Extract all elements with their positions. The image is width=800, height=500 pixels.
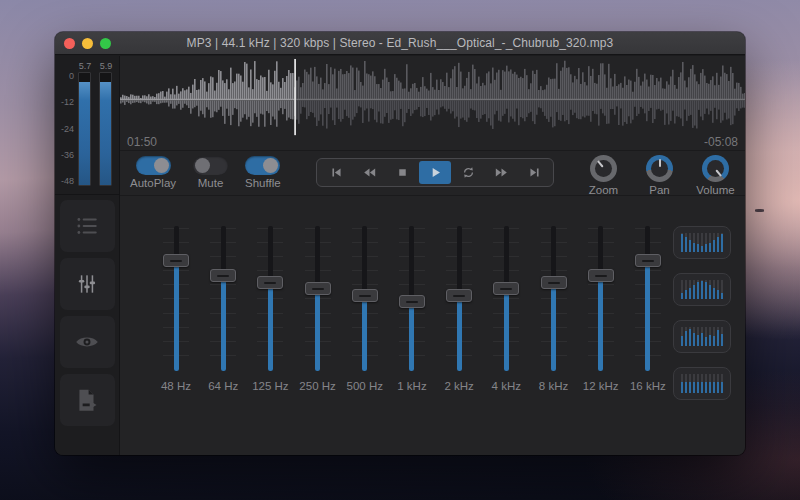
slider-thumb[interactable] <box>163 254 189 267</box>
eq-preset-v-shape[interactable] <box>673 226 731 259</box>
preset-bar-fill <box>701 333 704 346</box>
eq-slider-2-khz[interactable] <box>445 226 473 371</box>
slider-thumb[interactable] <box>305 282 331 295</box>
window-titlebar[interactable]: MP3 | 44.1 kHz | 320 kbps | Stereo - Ed_… <box>55 32 745 55</box>
eq-slider-1-khz[interactable] <box>398 226 426 371</box>
skip-back-button[interactable] <box>320 161 352 184</box>
preset-bar <box>705 280 708 299</box>
waveform-display[interactable]: 01:50 -05:08 <box>120 56 745 151</box>
shuffle-toggle[interactable] <box>245 156 280 175</box>
preset-bar-fill <box>681 234 684 252</box>
slider-thumb[interactable] <box>399 295 425 308</box>
preset-bar <box>697 327 700 346</box>
eq-preset-arch[interactable] <box>673 273 731 306</box>
eq-band-label: 1 kHz <box>397 380 426 392</box>
eq-slider-125-hz[interactable] <box>256 226 284 371</box>
preset-bar-fill <box>709 243 712 253</box>
eq-band-48-hz: 48 Hz <box>154 226 198 392</box>
eq-preset-flat[interactable] <box>673 367 731 400</box>
meter-scale-label: 0 <box>69 72 74 81</box>
eq-slider-4-khz[interactable] <box>492 226 520 371</box>
preset-bar-fill <box>709 285 712 299</box>
preset-bar-fill <box>689 329 692 346</box>
preset-bar <box>681 233 684 252</box>
eq-band-4-khz: 4 kHz <box>484 226 528 392</box>
zoom-button[interactable] <box>100 38 111 49</box>
eq-band-label: 125 Hz <box>252 380 288 392</box>
mute-control: Mute <box>193 156 228 189</box>
preset-bar <box>701 374 704 393</box>
preset-bar-fill <box>717 237 720 252</box>
sidebar-item-visualizer[interactable] <box>60 316 115 368</box>
playhead[interactable] <box>294 59 296 135</box>
autoplay-toggle[interactable] <box>136 156 171 175</box>
main-column: 01:50 -05:08 AutoPlayMuteShuffle ZoomPan… <box>120 56 745 455</box>
eq-slider-250-hz[interactable] <box>304 226 332 371</box>
skip-forward-icon <box>528 166 541 179</box>
eq-slider-16-khz[interactable] <box>634 226 662 371</box>
close-button[interactable] <box>64 38 75 49</box>
slider-fill <box>362 296 367 371</box>
preset-bar-fill <box>693 285 696 299</box>
slider-thumb[interactable] <box>446 289 472 302</box>
preset-bar <box>685 374 688 393</box>
slider-thumb[interactable] <box>635 254 661 267</box>
eq-slider-8-khz[interactable] <box>540 226 568 371</box>
sidebar-item-export[interactable] <box>60 374 115 426</box>
autoplay-label: AutoPlay <box>130 177 176 189</box>
preset-bar-fill <box>693 382 696 393</box>
stop-button[interactable] <box>386 161 418 184</box>
meter-bar-left <box>78 72 91 186</box>
preset-bar-fill <box>685 331 688 346</box>
pan-knob-control: Pan <box>636 155 683 196</box>
slider-fill <box>504 288 509 371</box>
slider-thumb[interactable] <box>257 276 283 289</box>
slider-thumb[interactable] <box>352 289 378 302</box>
eq-slider-64-hz[interactable] <box>209 226 237 371</box>
preset-bar <box>701 327 704 346</box>
preset-bar <box>685 280 688 299</box>
zoom-knob[interactable] <box>590 155 617 182</box>
preset-bar <box>709 374 712 393</box>
eq-band-16-khz: 16 kHz <box>626 226 670 392</box>
eq-slider-12-khz[interactable] <box>587 226 615 371</box>
pan-knob[interactable] <box>646 155 673 182</box>
play-icon <box>429 166 442 179</box>
minimize-button[interactable] <box>82 38 93 49</box>
sidebar-item-equalizer[interactable] <box>60 258 115 310</box>
preset-bar-fill <box>697 282 700 299</box>
eq-band-8-khz: 8 kHz <box>532 226 576 392</box>
remaining-time: -05:08 <box>704 135 738 149</box>
skip-back-icon <box>330 166 343 179</box>
slider-thumb[interactable] <box>493 282 519 295</box>
skip-forward-button[interactable] <box>518 161 550 184</box>
repeat-button[interactable] <box>452 161 484 184</box>
slider-thumb[interactable] <box>210 269 236 282</box>
preset-bar-fill <box>701 382 704 393</box>
eq-slider-500-hz[interactable] <box>351 226 379 371</box>
eq-band-label: 64 Hz <box>208 380 238 392</box>
preset-bar-fill <box>689 288 692 299</box>
meter-peak-value: 5.7 <box>77 61 93 71</box>
rewind-button[interactable] <box>353 161 385 184</box>
slider-thumb[interactable] <box>588 269 614 282</box>
preset-bar <box>697 374 700 393</box>
pan-knob-label: Pan <box>649 184 669 196</box>
preset-bar <box>721 374 724 393</box>
fast-forward-button[interactable] <box>485 161 517 184</box>
play-button[interactable] <box>419 161 451 184</box>
slider-thumb[interactable] <box>541 276 567 289</box>
mute-toggle[interactable] <box>193 156 228 175</box>
toggle-group: AutoPlayMuteShuffle <box>130 156 281 189</box>
preset-bar <box>717 233 720 252</box>
preset-bar-fill <box>705 382 708 393</box>
sidebar-item-playlist[interactable] <box>60 200 115 252</box>
waveform-graphic <box>120 56 745 150</box>
preset-bar <box>717 374 720 393</box>
volume-knob[interactable] <box>702 155 729 182</box>
preset-bar <box>681 327 684 346</box>
eq-slider-48-hz[interactable] <box>162 226 190 371</box>
preset-bar-fill <box>713 288 716 299</box>
preset-bar-fill <box>697 335 700 346</box>
eq-preset-custom-wave[interactable] <box>673 320 731 353</box>
